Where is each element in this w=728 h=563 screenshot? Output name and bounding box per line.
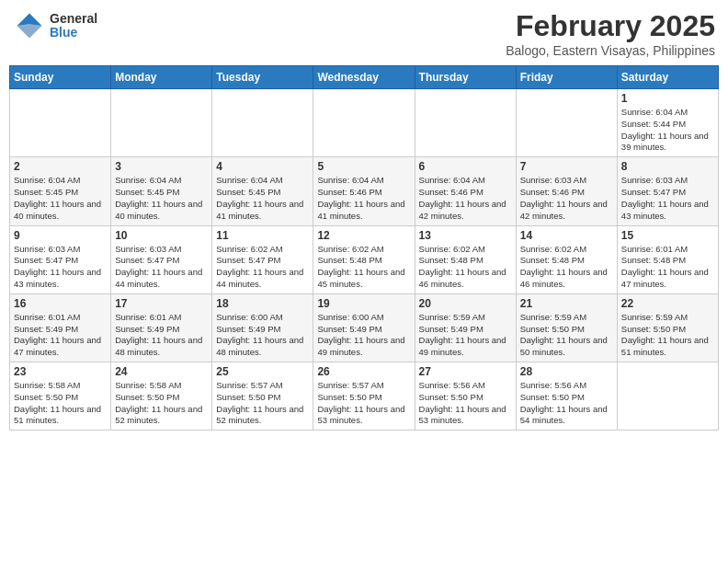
day-number: 13 — [419, 229, 512, 242]
calendar-cell: 6Sunrise: 6:04 AMSunset: 5:46 PMDaylight… — [415, 157, 516, 225]
day-info: Sunrise: 5:57 AMSunset: 5:50 PMDaylight:… — [317, 380, 410, 427]
day-number: 11 — [216, 229, 309, 242]
day-info: Sunrise: 6:03 AMSunset: 5:47 PMDaylight:… — [14, 244, 107, 291]
day-number: 18 — [216, 297, 309, 310]
day-info: Sunrise: 5:58 AMSunset: 5:50 PMDaylight:… — [115, 380, 208, 427]
page-header: General Blue February 2025 Balogo, Easte… — [9, 9, 719, 58]
calendar-cell: 3Sunrise: 6:04 AMSunset: 5:45 PMDaylight… — [111, 157, 212, 225]
calendar-cell: 14Sunrise: 6:02 AMSunset: 5:48 PMDayligh… — [516, 225, 617, 293]
day-number: 15 — [621, 229, 714, 242]
calendar-cell — [415, 89, 516, 157]
day-number: 27 — [419, 365, 512, 378]
weekday-header-tuesday: Tuesday — [212, 66, 313, 89]
day-number: 2 — [14, 160, 107, 173]
day-info: Sunrise: 6:04 AMSunset: 5:44 PMDaylight:… — [621, 107, 714, 154]
logo-blue: Blue — [50, 26, 97, 40]
day-number: 25 — [216, 365, 309, 378]
svg-marker-1 — [17, 24, 42, 38]
calendar-cell: 28Sunrise: 5:56 AMSunset: 5:50 PMDayligh… — [516, 362, 617, 431]
day-info: Sunrise: 6:02 AMSunset: 5:48 PMDaylight:… — [419, 244, 512, 291]
day-info: Sunrise: 5:56 AMSunset: 5:50 PMDaylight:… — [419, 380, 512, 427]
logo-icon — [13, 9, 46, 42]
day-info: Sunrise: 6:01 AMSunset: 5:49 PMDaylight:… — [14, 312, 107, 359]
calendar-cell: 11Sunrise: 6:02 AMSunset: 5:47 PMDayligh… — [212, 225, 313, 293]
calendar-table: SundayMondayTuesdayWednesdayThursdayFrid… — [9, 65, 719, 431]
day-info: Sunrise: 5:59 AMSunset: 5:50 PMDaylight:… — [520, 312, 613, 359]
calendar-cell: 27Sunrise: 5:56 AMSunset: 5:50 PMDayligh… — [415, 362, 516, 431]
day-info: Sunrise: 6:02 AMSunset: 5:47 PMDaylight:… — [216, 244, 309, 291]
calendar-cell — [617, 362, 718, 431]
weekday-header-saturday: Saturday — [617, 66, 718, 89]
logo-text: General Blue — [50, 12, 97, 40]
day-info: Sunrise: 6:01 AMSunset: 5:49 PMDaylight:… — [115, 312, 208, 359]
weekday-header-wednesday: Wednesday — [313, 66, 415, 89]
day-number: 19 — [317, 297, 410, 310]
day-info: Sunrise: 6:04 AMSunset: 5:46 PMDaylight:… — [419, 175, 512, 222]
calendar-cell — [516, 89, 617, 157]
day-number: 7 — [520, 160, 613, 173]
day-info: Sunrise: 6:02 AMSunset: 5:48 PMDaylight:… — [520, 244, 613, 291]
calendar-cell: 9Sunrise: 6:03 AMSunset: 5:47 PMDaylight… — [10, 225, 111, 293]
weekday-header-sunday: Sunday — [10, 66, 111, 89]
calendar-cell: 12Sunrise: 6:02 AMSunset: 5:48 PMDayligh… — [313, 225, 415, 293]
day-number: 17 — [115, 297, 208, 310]
day-number: 16 — [14, 297, 107, 310]
calendar-cell: 8Sunrise: 6:03 AMSunset: 5:47 PMDaylight… — [617, 157, 718, 225]
calendar-cell: 26Sunrise: 5:57 AMSunset: 5:50 PMDayligh… — [313, 362, 415, 431]
day-info: Sunrise: 6:00 AMSunset: 5:49 PMDaylight:… — [317, 312, 410, 359]
weekday-header-friday: Friday — [516, 66, 617, 89]
calendar-cell: 20Sunrise: 5:59 AMSunset: 5:49 PMDayligh… — [415, 293, 516, 362]
day-info: Sunrise: 6:03 AMSunset: 5:47 PMDaylight:… — [621, 175, 714, 222]
svg-marker-0 — [17, 14, 42, 27]
day-info: Sunrise: 5:58 AMSunset: 5:50 PMDaylight:… — [14, 380, 107, 427]
day-number: 6 — [419, 160, 512, 173]
calendar-cell — [111, 89, 212, 157]
day-info: Sunrise: 6:00 AMSunset: 5:49 PMDaylight:… — [216, 312, 309, 359]
day-info: Sunrise: 5:59 AMSunset: 5:50 PMDaylight:… — [621, 312, 714, 359]
logo-general: General — [50, 12, 97, 26]
day-info: Sunrise: 5:59 AMSunset: 5:49 PMDaylight:… — [419, 312, 512, 359]
calendar-cell: 24Sunrise: 5:58 AMSunset: 5:50 PMDayligh… — [111, 362, 212, 431]
calendar-cell: 15Sunrise: 6:01 AMSunset: 5:48 PMDayligh… — [617, 225, 718, 293]
day-number: 5 — [317, 160, 410, 173]
month-year-title: February 2025 — [506, 9, 715, 43]
weekday-header-thursday: Thursday — [415, 66, 516, 89]
day-number: 8 — [621, 160, 714, 173]
day-number: 22 — [621, 297, 714, 310]
day-number: 26 — [317, 365, 410, 378]
day-info: Sunrise: 6:03 AMSunset: 5:47 PMDaylight:… — [115, 244, 208, 291]
calendar-cell: 23Sunrise: 5:58 AMSunset: 5:50 PMDayligh… — [10, 362, 111, 431]
calendar-cell: 5Sunrise: 6:04 AMSunset: 5:46 PMDaylight… — [313, 157, 415, 225]
day-number: 28 — [520, 365, 613, 378]
calendar-cell: 4Sunrise: 6:04 AMSunset: 5:45 PMDaylight… — [212, 157, 313, 225]
calendar-cell — [212, 89, 313, 157]
calendar-cell: 25Sunrise: 5:57 AMSunset: 5:50 PMDayligh… — [212, 362, 313, 431]
calendar-cell: 18Sunrise: 6:00 AMSunset: 5:49 PMDayligh… — [212, 293, 313, 362]
location-subtitle: Balogo, Eastern Visayas, Philippines — [506, 43, 715, 58]
day-number: 9 — [14, 229, 107, 242]
day-info: Sunrise: 5:56 AMSunset: 5:50 PMDaylight:… — [520, 380, 613, 427]
day-number: 23 — [14, 365, 107, 378]
calendar-cell — [10, 89, 111, 157]
day-number: 3 — [115, 160, 208, 173]
calendar-cell: 17Sunrise: 6:01 AMSunset: 5:49 PMDayligh… — [111, 293, 212, 362]
day-info: Sunrise: 6:03 AMSunset: 5:46 PMDaylight:… — [520, 175, 613, 222]
day-info: Sunrise: 6:04 AMSunset: 5:45 PMDaylight:… — [14, 175, 107, 222]
calendar-cell: 10Sunrise: 6:03 AMSunset: 5:47 PMDayligh… — [111, 225, 212, 293]
day-number: 1 — [621, 92, 714, 105]
day-number: 20 — [419, 297, 512, 310]
day-info: Sunrise: 6:02 AMSunset: 5:48 PMDaylight:… — [317, 244, 410, 291]
calendar-cell: 7Sunrise: 6:03 AMSunset: 5:46 PMDaylight… — [516, 157, 617, 225]
day-info: Sunrise: 6:04 AMSunset: 5:46 PMDaylight:… — [317, 175, 410, 222]
weekday-header-monday: Monday — [111, 66, 212, 89]
calendar-cell: 2Sunrise: 6:04 AMSunset: 5:45 PMDaylight… — [10, 157, 111, 225]
day-number: 10 — [115, 229, 208, 242]
calendar-week-row: 1Sunrise: 6:04 AMSunset: 5:44 PMDaylight… — [10, 89, 719, 157]
calendar-cell — [313, 89, 415, 157]
calendar-cell: 1Sunrise: 6:04 AMSunset: 5:44 PMDaylight… — [617, 89, 718, 157]
weekday-header-row: SundayMondayTuesdayWednesdayThursdayFrid… — [10, 66, 719, 89]
calendar-week-row: 9Sunrise: 6:03 AMSunset: 5:47 PMDaylight… — [10, 225, 719, 293]
day-info: Sunrise: 6:04 AMSunset: 5:45 PMDaylight:… — [115, 175, 208, 222]
day-info: Sunrise: 5:57 AMSunset: 5:50 PMDaylight:… — [216, 380, 309, 427]
calendar-cell: 19Sunrise: 6:00 AMSunset: 5:49 PMDayligh… — [313, 293, 415, 362]
